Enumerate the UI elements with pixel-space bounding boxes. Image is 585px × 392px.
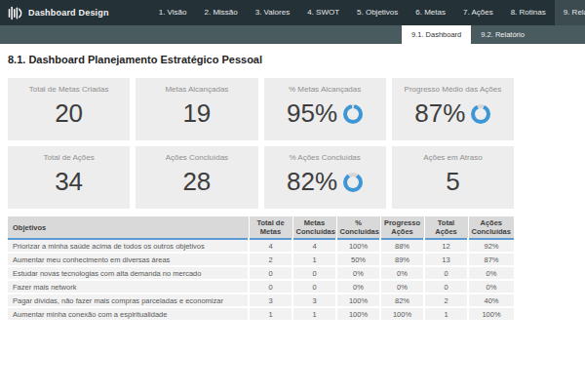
- objective-cell: Fazer mais network: [8, 280, 249, 294]
- table-row: Aumentar meu conhecimento em diversas ár…: [8, 253, 514, 266]
- table-header-cell: Metas Concluídas: [292, 216, 336, 239]
- kpi-card-label: Total de Ações: [8, 153, 130, 162]
- kpi-card-label: Metas Alcançadas: [136, 85, 257, 94]
- value-cell: 1: [292, 307, 336, 321]
- nav-item-2[interactable]: 2. Missão: [195, 0, 246, 25]
- kpi-card-value: 95%: [287, 98, 337, 129]
- value-cell: 0%: [468, 266, 514, 280]
- value-cell: 3: [249, 294, 292, 307]
- objective-cell: Aumentar meu conhecimento em diversas ár…: [8, 253, 249, 266]
- donut-hole: [347, 108, 359, 120]
- table-row: Priorizar a minha saúde acima de todos o…: [8, 239, 514, 253]
- kpi-card-label: Progresso Médio das Ações: [392, 85, 514, 94]
- value-cell: 1: [249, 307, 292, 321]
- table-row: Fazer mais network000%0%00%: [8, 280, 514, 294]
- nav-item-3[interactable]: 3. Valores: [247, 0, 298, 25]
- value-cell: 1: [292, 253, 336, 266]
- page-title: 8.1. Dashboard Planejamento Estratégico …: [8, 54, 262, 65]
- value-cell: 88%: [380, 239, 424, 253]
- value-cell: 4: [249, 239, 292, 253]
- dashboard-design-logo-icon: [8, 6, 22, 20]
- kpi-card-value: 28: [182, 167, 211, 197]
- value-cell: 2: [424, 294, 468, 307]
- nav-item-6[interactable]: 6. Metas: [407, 0, 454, 25]
- table-header-cell: Objetivos: [8, 216, 249, 239]
- kpi-card: Ações Concluídas28: [136, 146, 257, 209]
- objective-cell: Aumentar minha conexão com a espirituali…: [8, 307, 249, 321]
- value-cell: 13: [424, 253, 468, 266]
- table-header-cell: Total de Metas: [249, 216, 292, 239]
- kpi-card-value: 34: [55, 167, 83, 197]
- main-menu: 1. Visão2. Missão3. Valores4. SWOT5. Obj…: [150, 0, 585, 25]
- kpi-card-value: 20: [55, 98, 83, 129]
- kpi-card: Total de Metas Criadas20: [8, 78, 130, 140]
- kpi-cards-grid: Total de Metas Criadas20Metas Alcançadas…: [8, 78, 514, 209]
- nav-item-5[interactable]: 5. Objetivos: [348, 0, 407, 25]
- value-cell: 3: [292, 294, 336, 307]
- value-cell: 40%: [468, 294, 514, 307]
- kpi-card-value: 5: [446, 167, 459, 197]
- kpi-card-value: 87%: [414, 98, 465, 129]
- value-cell: 100%: [336, 239, 380, 253]
- kpi-card-value: 82%: [287, 167, 337, 197]
- value-cell: 0%: [468, 280, 514, 294]
- brand: Dashboard Design: [8, 6, 109, 20]
- objectives-table-header: ObjetivosTotal de MetasMetas Concluídas%…: [8, 216, 514, 239]
- value-cell: 100%: [380, 307, 424, 321]
- dashboard-page: Dashboard Design 1. Visão2. Missão3. Val…: [0, 0, 585, 392]
- value-cell: 1: [424, 307, 468, 321]
- value-cell: 0%: [380, 266, 424, 280]
- nav-item-8[interactable]: 8. Rotinas: [502, 0, 555, 25]
- kpi-card-label: % Metas Alcançadas: [264, 85, 386, 94]
- value-cell: 12: [424, 239, 468, 253]
- objectives-table: ObjetivosTotal de MetasMetas Concluídas%…: [8, 216, 514, 322]
- nav-item-7[interactable]: 7. Ações: [454, 0, 502, 25]
- kpi-card-label: Ações em Atraso: [392, 153, 514, 162]
- donut-chart: [343, 104, 363, 124]
- value-cell: 0: [292, 280, 336, 294]
- value-cell: 50%: [336, 253, 380, 266]
- kpi-card: % Metas Alcançadas95%: [264, 78, 386, 140]
- value-cell: 100%: [468, 307, 514, 321]
- kpi-card-label: Total de Metas Criadas: [8, 85, 130, 94]
- subnav-spacer: [0, 25, 402, 44]
- table-row: Estudar novas tecnologias com alta deman…: [8, 266, 514, 280]
- table-header-cell: Ações Concluídas: [468, 216, 514, 239]
- value-cell: 0: [424, 280, 468, 294]
- kpi-card-label: Ações Concluídas: [136, 153, 257, 162]
- top-navbar: Dashboard Design 1. Visão2. Missão3. Val…: [0, 0, 585, 25]
- sub-navbar: 9.1. Dashboard 9.2. Relatório: [0, 25, 585, 44]
- value-cell: 0: [424, 266, 468, 280]
- value-cell: 100%: [336, 294, 380, 307]
- nav-item-4[interactable]: 4. SWOT: [298, 0, 348, 25]
- value-cell: 2: [249, 253, 292, 266]
- value-cell: 0%: [336, 280, 380, 294]
- value-cell: 82%: [380, 294, 424, 307]
- objective-cell: Priorizar a minha saúde acima de todos o…: [8, 239, 249, 253]
- value-cell: 4: [292, 239, 336, 253]
- donut-hole: [347, 176, 359, 188]
- kpi-card-value: 19: [182, 98, 211, 129]
- table-header-cell: Total Ações: [424, 216, 468, 239]
- table-row: Aumentar minha conexão com a espirituali…: [8, 307, 514, 321]
- value-cell: 100%: [336, 307, 380, 321]
- tab-relatorio[interactable]: 9.2. Relatório: [471, 25, 534, 44]
- nav-item-9[interactable]: 9. Relatórios: [555, 0, 585, 25]
- table-row: Pagar dívidas, não fazer mais compras pa…: [8, 294, 514, 307]
- value-cell: 0: [249, 280, 292, 294]
- value-cell: 87%: [468, 253, 514, 266]
- objective-cell: Estudar novas tecnologias com alta deman…: [8, 266, 249, 280]
- donut-chart: [471, 104, 490, 124]
- value-cell: 0: [292, 266, 336, 280]
- nav-item-1[interactable]: 1. Visão: [150, 0, 196, 25]
- value-cell: 0: [249, 266, 292, 280]
- value-cell: 0%: [336, 266, 380, 280]
- table-header-cell: % Concluídas: [336, 216, 380, 239]
- kpi-card: Total de Ações34: [8, 146, 130, 209]
- kpi-card-label: % Ações Concluídas: [264, 153, 386, 162]
- kpi-card: Ações em Atraso5: [392, 146, 514, 209]
- tab-dashboard[interactable]: 9.1. Dashboard: [402, 25, 471, 44]
- value-cell: 89%: [380, 253, 424, 266]
- value-cell: 0%: [380, 280, 424, 294]
- value-cell: 92%: [468, 239, 514, 253]
